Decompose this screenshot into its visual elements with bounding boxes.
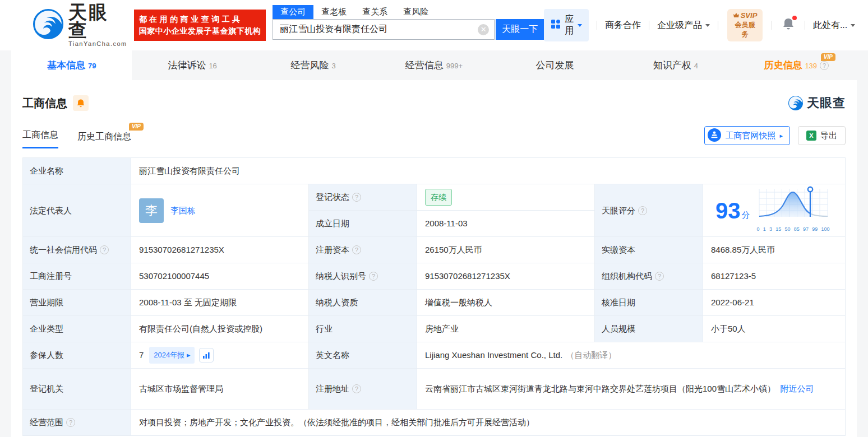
subscribe-bell-icon[interactable] [73,95,89,111]
field-label-staff-size: 人员规模 [595,316,703,342]
tab-history-info[interactable]: VIP 历史信息139 ? [736,50,857,80]
field-label-taxpayer-quality: 纳税人资质 [309,290,417,315]
search-tab-relation[interactable]: 查关系 [354,5,395,19]
annual-report-badge[interactable]: 2024年报 ▸ [149,347,195,364]
official-snapshot-button[interactable]: 工商官网快照 ▸ [704,126,790,145]
field-value-company-type: 有限责任公司(自然人投资或控股) [131,316,308,342]
top-header: 天眼查 TianYanCha.com 都在用的商业查询工具 国家中小企业发展子基… [0,0,868,50]
svip-member-button[interactable]: SVIP 会员服务 [727,9,763,41]
tab-basic-info[interactable]: 基本信息79 [11,50,132,80]
field-label-registration-number: 工商注册号 [23,263,131,289]
field-value-registration-status: 存续 [417,184,594,210]
field-value-english-name: Lijiang Xueshan Investment Co., Ltd. （自动… [417,342,845,368]
account-menu[interactable]: 此处有... [813,20,855,31]
field-value-registration-authority: 古城区市场监督管理局 [131,369,308,409]
field-value-taxpayer-id: 91530702681271235X [417,263,594,289]
field-value-registered-capital: 26150万人民币 [417,237,594,263]
notification-bell-icon[interactable] [782,17,795,33]
help-icon[interactable]: ? [820,61,829,70]
chevron-down-icon [851,24,855,27]
search-tab-boss[interactable]: 查老板 [313,5,354,19]
field-label-taxpayer-id: 纳税人识别号? [309,263,417,289]
page-band: 基本信息79 法律诉讼16 经营风险3 经营信息999+ 公司发展 知识产权4 … [0,50,868,437]
field-label-company-name: 企业名称 [23,158,131,184]
vip-badge: VIP [821,53,835,61]
auto-translate-note: （自动翻译） [566,348,616,362]
vip-badge: VIP [129,123,144,131]
tab-operating-info[interactable]: 经营信息999+ [373,50,494,80]
field-label-establishment-date: 成立日期 [309,211,417,236]
search-button[interactable]: 天眼一下 [496,19,544,40]
site-logo[interactable]: 天眼查 TianYanCha.com [33,3,127,47]
notification-dot [792,16,797,20]
score-number: 93 [715,199,741,222]
tab-intellectual-property[interactable]: 知识产权4 [615,50,736,80]
business-info-table: 企业名称 丽江雪山投资有限责任公司 法定代表人 李 李国栋 登记状态? 存续 天… [22,157,846,436]
field-label-english-name: 英文名称 [309,342,417,368]
field-value-staff-size: 小于50人 [703,316,845,342]
field-label-approval-date: 核准日期 [595,290,703,315]
tab-company-development[interactable]: 公司发展 [495,50,615,80]
tianyancha-logo-icon [788,95,804,111]
excel-icon: X [806,131,816,141]
apps-label: 应用 [565,13,574,37]
nearby-companies-link[interactable]: 附近公司 [780,384,814,393]
field-label-insured-count: 参保人数 [23,342,131,368]
search-tab-risk[interactable]: 查风险 [395,5,436,19]
score-axis-labels: 0131550859799100 [756,222,831,236]
subtab-business-info[interactable]: 工商信息 [22,129,58,148]
main-tab-bar: 基本信息79 法律诉讼16 经营风险3 经营信息999+ 公司发展 知识产权4 … [11,50,857,80]
field-value-company-name: 丽江雪山投资有限责任公司 [131,158,845,184]
field-label-organization-code: 组织机构代码? [595,263,703,289]
business-cooperation-link[interactable]: 商务合作 [605,20,641,31]
tab-legal-proceedings[interactable]: 法律诉讼16 [132,50,252,80]
chevron-down-icon [578,24,582,27]
business-info-panel: 工商信息 天眼查 工商信息 VIP 历史工商信息 [11,80,857,437]
section-title: 工商信息 [22,96,67,111]
crown-icon [733,11,740,20]
field-label-business-term: 营业期限 [23,290,131,315]
subtab-history-business-info[interactable]: VIP 历史工商信息 [77,131,131,148]
avatar: 李 [139,198,164,223]
status-badge: 存续 [425,189,452,206]
header-nav: 应用 商务合作 企业级产品 SVIP 会员服务 [544,9,855,41]
promo-line-1: 都在用的商业查询工具 [139,13,261,25]
apps-menu[interactable]: 应用 [544,9,589,41]
help-icon[interactable]: ? [100,245,109,254]
field-label-registration-status: 登记状态? [309,184,417,210]
promo-line-2: 国家中小企业发展子基金旗下机构 [139,25,261,37]
logo-subtitle: TianYanCha.com [68,40,127,47]
logo-title: 天眼查 [68,3,127,39]
field-label-paid-in-capital: 实缴资本 [595,237,703,263]
export-button[interactable]: X 导出 [798,126,846,145]
field-value-establishment-date: 2008-11-03 [417,211,594,236]
tab-operating-risk[interactable]: 经营风险3 [253,50,373,80]
field-value-registration-number: 530702100007445 [131,263,308,289]
help-icon[interactable]: ? [352,193,361,202]
field-value-legal-representative: 李 李国栋 [131,184,308,236]
search-tab-company[interactable]: 查公司 [273,5,313,19]
enterprise-products-menu[interactable]: 企业级产品 [657,20,710,31]
field-value-tianyan-score: 93 分 [703,184,845,236]
field-value-registered-address: 云南省丽江市古城区束河街道青龙北路与束河中路交界处艺莲坊项目（阳光100雪山艺术… [417,369,845,409]
help-icon[interactable]: ? [66,418,75,427]
field-value-approval-date: 2022-06-21 [703,290,845,315]
field-label-business-scope: 经营范围? [23,410,131,435]
chevron-down-icon [705,24,710,27]
help-icon[interactable]: ? [655,272,664,281]
search-input[interactable] [273,19,495,40]
field-value-paid-in-capital: 8468.85万人民币 [703,237,845,263]
legal-representative-link[interactable]: 李国栋 [170,204,196,217]
help-icon[interactable]: ? [352,384,361,393]
tianyancha-logo-icon [33,8,64,42]
trend-chart-icon[interactable] [199,348,214,362]
field-value-business-term: 2008-11-03 至 无固定期限 [131,290,308,315]
field-value-industry: 房地产业 [417,316,594,342]
help-icon[interactable]: ? [352,245,361,254]
arrow-right-icon: ▸ [779,132,783,140]
help-icon[interactable]: ? [638,206,647,215]
field-value-organization-code: 68127123-5 [703,263,845,289]
apps-grid-icon [551,19,561,31]
help-icon[interactable]: ? [369,272,378,281]
watermark-logo: 天眼查 [788,95,846,111]
